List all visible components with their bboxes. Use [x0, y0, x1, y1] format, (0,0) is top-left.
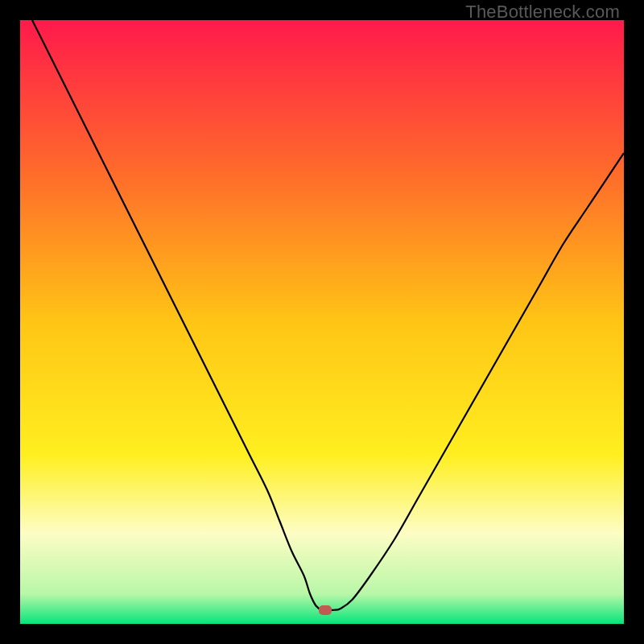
gradient-background	[20, 20, 624, 624]
watermark-text: TheBottleneck.com	[465, 2, 620, 23]
chart-frame	[20, 20, 624, 624]
optimal-point-marker	[319, 605, 332, 615]
bottleneck-plot	[20, 20, 624, 624]
